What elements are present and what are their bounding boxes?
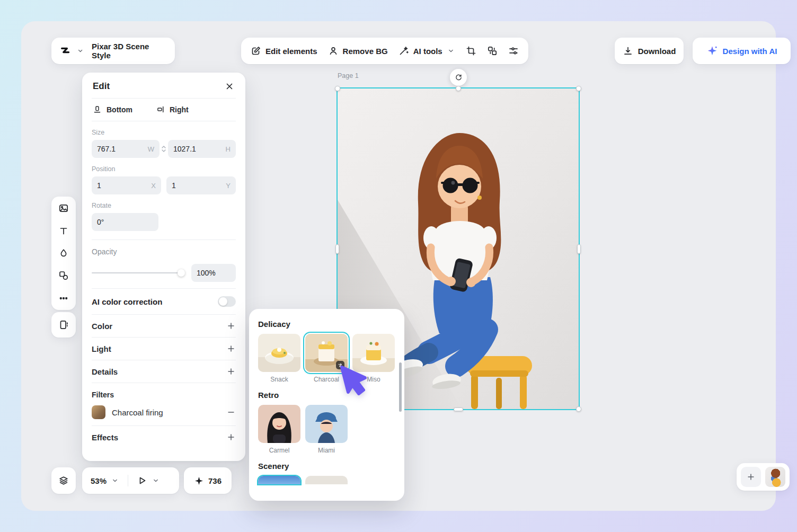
credits-count: 736 <box>208 476 222 485</box>
layers-button[interactable] <box>51 467 76 494</box>
active-filter-thumbnail <box>92 405 105 419</box>
add-effects-button[interactable] <box>226 432 236 442</box>
color-row: Color <box>82 315 245 337</box>
selection-handle-top-right[interactable] <box>576 86 581 91</box>
height-unit: H <box>226 145 231 153</box>
ai-tools-button[interactable]: AI tools <box>398 46 455 56</box>
sliders-icon <box>508 46 519 56</box>
edit-elements-button[interactable]: Edit elements <box>251 46 317 56</box>
align-bottom-label: Bottom <box>107 105 132 114</box>
page-label[interactable]: Page 1 <box>338 72 359 79</box>
shape-tool-button[interactable] <box>51 243 76 264</box>
align-right-icon <box>156 105 165 114</box>
filter-thumb-snack[interactable]: Snack <box>258 334 300 383</box>
elements-tool-button[interactable] <box>51 265 76 286</box>
align-bottom-button[interactable]: Bottom <box>93 105 132 114</box>
download-button[interactable]: Download <box>615 38 684 64</box>
ai-color-correction-label: AI color correction <box>92 297 162 306</box>
section-title-retro: Retro <box>258 391 395 400</box>
add-page-button[interactable] <box>741 467 761 487</box>
position-x-field[interactable]: 1 X <box>92 176 161 194</box>
close-icon <box>224 81 235 92</box>
light-row: Light <box>82 338 245 360</box>
replace-button[interactable] <box>487 46 498 56</box>
filter-thumb-carmel[interactable]: Carmel <box>258 405 300 454</box>
adjust-button[interactable] <box>508 46 519 56</box>
more-tools-button[interactable] <box>51 288 76 309</box>
rotate-label: Rotate <box>82 194 245 213</box>
design-with-ai-label: Design with AI <box>723 47 777 56</box>
text-tool-button[interactable] <box>51 220 76 242</box>
active-filter-row[interactable]: Charcoal firing <box>82 403 245 425</box>
rotate-handle[interactable] <box>450 69 467 86</box>
sparkle-icon <box>194 476 204 486</box>
selection-handle-bottom-center[interactable] <box>454 407 463 411</box>
filters-label: Filters <box>82 383 245 403</box>
filter-thumb-partial[interactable] <box>258 476 300 484</box>
plus-icon <box>226 321 236 331</box>
style-selector[interactable]: Pixar 3D Scene Style <box>51 38 175 64</box>
opacity-slider-knob[interactable] <box>178 269 185 277</box>
zoom-controls: 53% <box>82 467 179 494</box>
left-toolbar <box>51 197 76 310</box>
opacity-value-field[interactable]: 100% <box>191 264 236 282</box>
height-field[interactable]: 1027.1 H <box>168 140 236 158</box>
filter-thumb-partial[interactable] <box>305 476 348 484</box>
opacity-slider[interactable] <box>92 268 184 278</box>
ai-star-icon <box>706 45 718 57</box>
download-label: Download <box>638 47 676 56</box>
ai-color-correction-toggle[interactable] <box>218 296 236 307</box>
width-unit: W <box>148 145 154 153</box>
active-filter-name: Charcoal firing <box>112 408 220 417</box>
edit-panel-title: Edit <box>93 81 110 92</box>
plus-icon <box>746 472 756 482</box>
rotate-field[interactable]: 0° <box>92 213 158 231</box>
selection-handle-top-center[interactable] <box>456 86 461 91</box>
credits-button[interactable]: 736 <box>184 467 232 494</box>
selection-handle-left-center[interactable] <box>335 244 339 254</box>
selection-handle-bottom-right[interactable] <box>576 406 581 412</box>
preview-mode-button[interactable] <box>137 475 160 486</box>
chevron-down-icon <box>111 476 119 485</box>
add-light-button[interactable] <box>226 344 236 353</box>
y-value: 1 <box>172 181 176 190</box>
filters-popup: Delicacy Snack Charcoal Miso Retro <box>249 309 404 501</box>
rotate-value: 0° <box>97 218 104 226</box>
section-title-scenery: Scenery <box>258 462 395 471</box>
snack-filter-preview <box>258 334 300 372</box>
edit-pencil-icon <box>251 46 261 56</box>
size-label: Size <box>82 121 245 140</box>
section-title-delicacy: Delicacy <box>258 320 395 329</box>
download-icon <box>623 46 633 56</box>
play-icon <box>137 475 147 486</box>
selection-handle-top-left[interactable] <box>335 86 340 91</box>
text-icon <box>58 226 69 236</box>
zoom-level-button[interactable]: 53% <box>91 476 119 485</box>
style-name: Pixar 3D Scene Style <box>92 42 166 60</box>
popup-scrollbar[interactable] <box>399 362 402 412</box>
more-dots-icon <box>58 293 69 304</box>
filter-name: Miami <box>305 447 348 454</box>
remove-bg-button[interactable]: Remove BG <box>328 46 388 56</box>
crop-button[interactable] <box>466 46 476 56</box>
remove-filter-button[interactable] <box>226 407 236 417</box>
filter-name: Snack <box>258 376 300 383</box>
page-thumbnail[interactable] <box>765 467 785 487</box>
position-y-field[interactable]: 1 Y <box>166 176 236 194</box>
edit-elements-label: Edit elements <box>265 47 317 56</box>
close-panel-button[interactable] <box>224 81 235 92</box>
minus-icon <box>226 407 236 417</box>
add-image-button[interactable] <box>51 198 76 219</box>
width-field[interactable]: 767.1 W <box>92 140 160 158</box>
add-color-button[interactable] <box>226 321 236 331</box>
zoom-value: 53% <box>91 476 107 485</box>
link-dimensions-icon[interactable] <box>161 144 167 154</box>
filter-thumb-miami[interactable]: Miami <box>305 405 348 454</box>
align-right-button[interactable]: Right <box>156 105 189 114</box>
effects-row: Effects <box>82 426 245 448</box>
mockup-tool-button[interactable] <box>51 314 76 335</box>
selection-handle-right-center[interactable] <box>577 244 581 254</box>
add-details-button[interactable] <box>226 367 236 376</box>
pages-panel <box>737 463 790 491</box>
design-with-ai-button[interactable]: Design with AI <box>693 38 791 64</box>
